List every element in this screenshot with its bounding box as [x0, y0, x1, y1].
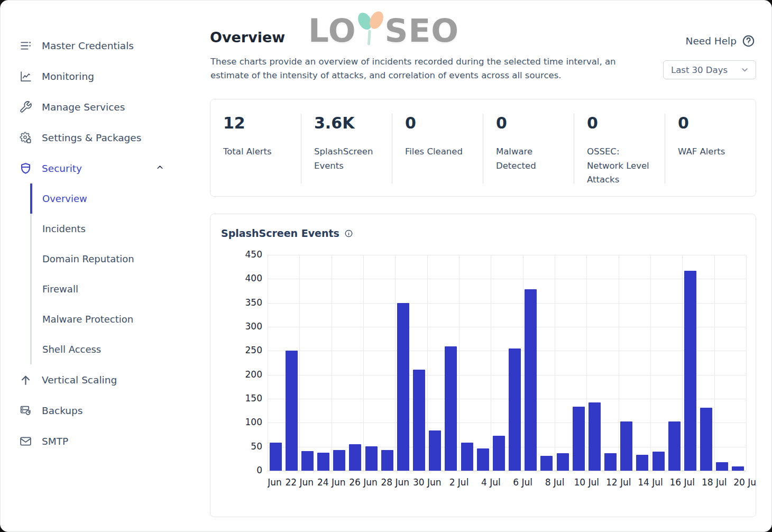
x-axis-tick: 6 Jul — [513, 477, 532, 488]
x-axis-tick: 4 Jul — [481, 477, 501, 488]
y-axis-tick: 50 — [228, 441, 262, 452]
chart-plot — [268, 255, 746, 471]
sidebar-item-label: Firewall — [42, 283, 78, 295]
stat-label: SplashScreen Events — [314, 145, 379, 173]
sidebar-item-label: Master Credentials — [42, 40, 134, 51]
x-axis-tick: 12 Jul — [606, 477, 631, 488]
sidebar-item-firewall[interactable]: Firewall — [32, 274, 180, 304]
chart-bar — [397, 303, 409, 471]
chart-bar — [636, 455, 648, 471]
chart-bar — [286, 351, 298, 471]
chart-bar — [700, 408, 712, 471]
sidebar-item-vertical-scaling[interactable]: Vertical Scaling — [1, 364, 180, 395]
y-axis-tick: 100 — [228, 417, 262, 427]
chart-bar — [333, 450, 345, 471]
chart-bar — [429, 430, 441, 471]
monitoring-chart-icon — [19, 70, 32, 83]
y-axis-tick: 450 — [228, 249, 262, 260]
chart-bar — [365, 446, 378, 471]
logo-text-right: SEO — [385, 10, 459, 51]
plot-clip: 20 Jun22 Jun24 Jun26 Jun28 Jun30 Jun2 Ju… — [268, 255, 756, 492]
chart-bar — [349, 444, 361, 471]
chart-bar — [381, 450, 393, 471]
stat-value: 0 — [496, 114, 561, 132]
app-window: Master Credentials Monitoring Manage Ser… — [0, 0, 772, 532]
sidebar-item-security[interactable]: Security — [1, 153, 180, 184]
sidebar-item-manage-services[interactable]: Manage Services — [1, 91, 180, 122]
splashscreen-events-card: SplashScreen Events 05010015020025030035… — [210, 214, 756, 517]
gridline-h — [268, 303, 746, 304]
gridline-h — [268, 375, 746, 375]
x-axis-tick: 28 Jun — [381, 477, 409, 488]
stat-files-cleaned: 0 Files Cleaned — [392, 114, 483, 184]
stat-ossec-attacks: 0 OSSEC: Network Level Attacks — [574, 114, 665, 184]
sidebar-item-settings-packages[interactable]: Settings & Packages — [1, 122, 180, 153]
y-axis-tick: 350 — [228, 297, 262, 308]
sidebar-item-backups[interactable]: Backups — [1, 395, 180, 426]
sidebar-item-label: Manage Services — [42, 102, 125, 113]
stat-total-alerts: 12 Total Alerts — [210, 114, 301, 184]
chart-bar — [413, 370, 425, 471]
gridline-v — [459, 255, 459, 471]
sidebar-item-domain-reputation[interactable]: Domain Reputation — [32, 244, 180, 274]
gridline-v — [332, 255, 332, 471]
stat-label: Total Alerts — [223, 145, 288, 159]
sidebar-item-malware-protection[interactable]: Malware Protection — [32, 304, 180, 334]
chart-bar — [493, 436, 505, 471]
gear-icon — [19, 131, 32, 144]
gridline-h — [268, 327, 746, 327]
sidebar-item-smtp[interactable]: SMTP — [1, 426, 180, 456]
sidebar-item-label: Incidents — [42, 223, 86, 234]
y-axis-tick: 150 — [228, 393, 262, 403]
gridline-h — [268, 351, 746, 351]
y-axis-tick: 0 — [228, 465, 262, 475]
sidebar-item-shell-access[interactable]: Shell Access — [32, 334, 180, 364]
sidebar-item-incidents[interactable]: Incidents — [32, 214, 180, 244]
y-axis-tick: 250 — [228, 345, 262, 355]
gridline-v — [714, 255, 715, 471]
chevron-down-icon — [741, 67, 748, 74]
chart-bar — [301, 451, 314, 471]
x-axis-tick: 20 Jul — [733, 477, 756, 488]
gridline-v — [682, 255, 683, 471]
time-period-select[interactable]: Last 30 Days — [663, 60, 756, 79]
stat-value: 12 — [223, 114, 288, 132]
stat-value: 0 — [405, 114, 470, 132]
arrow-up-icon — [19, 373, 32, 387]
stat-label: WAF Alerts — [678, 145, 743, 159]
sidebar-item-master-credentials[interactable]: Master Credentials — [1, 30, 180, 61]
sidebar-item-label: Settings & Packages — [42, 132, 141, 143]
stat-waf-alerts: 0 WAF Alerts — [665, 114, 756, 184]
chart-title-row: SplashScreen Events — [221, 226, 756, 240]
need-help-link[interactable]: Need Help — [686, 34, 755, 48]
x-axis: 20 Jun22 Jun24 Jun26 Jun28 Jun30 Jun2 Ju… — [268, 471, 746, 492]
y-axis-tick: 300 — [228, 321, 262, 332]
gridline-v — [395, 255, 396, 471]
gridline-v — [650, 255, 651, 471]
chart-bar — [317, 453, 329, 471]
need-help-label: Need Help — [686, 35, 737, 47]
chart-bar — [445, 346, 457, 471]
chart-bar — [509, 348, 521, 471]
gridline-v — [586, 255, 587, 471]
chart-title: SplashScreen Events — [221, 227, 339, 239]
sidebar-item-label: Shell Access — [42, 344, 101, 355]
chevron-up-icon[interactable] — [155, 163, 164, 174]
sidebar-item-label: Vertical Scaling — [42, 374, 117, 386]
x-axis-tick: 24 Jun — [317, 477, 346, 488]
sidebar-item-overview[interactable]: Overview — [32, 184, 180, 214]
sidebar-item-label: Overview — [42, 193, 87, 204]
stats-summary-card: 12 Total Alerts 3.6K SplashScreen Events… — [210, 99, 756, 197]
chart-bar — [732, 466, 744, 471]
x-axis-tick: 26 Jun — [349, 477, 378, 488]
chart-bar — [668, 421, 681, 471]
stat-malware-detected: 0 Malware Detected — [483, 114, 574, 184]
gridline-h — [268, 399, 746, 399]
logo-text-left: LO — [308, 10, 356, 51]
mail-icon — [19, 435, 32, 448]
stat-splashscreen-events: 3.6K SplashScreen Events — [301, 114, 392, 184]
info-icon[interactable] — [344, 229, 353, 238]
sidebar-item-monitoring[interactable]: Monitoring — [1, 61, 180, 91]
stat-value: 0 — [678, 114, 743, 132]
chart-bar — [589, 402, 601, 471]
